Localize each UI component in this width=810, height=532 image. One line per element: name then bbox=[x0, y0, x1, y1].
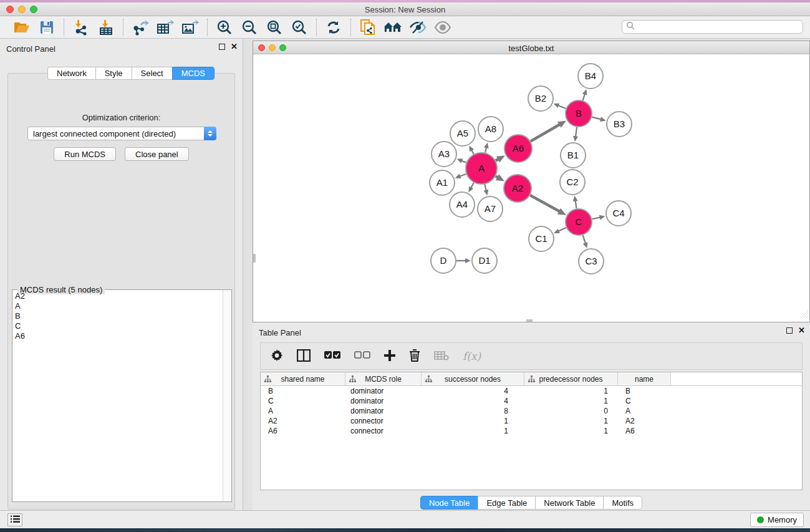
table-row[interactable]: Bdominator41B bbox=[261, 386, 802, 396]
graph-node-label: B bbox=[576, 108, 582, 118]
column-header-label: successor nodes bbox=[445, 375, 501, 384]
table-settings-button[interactable] bbox=[271, 347, 283, 365]
delete-table-button[interactable] bbox=[434, 347, 449, 365]
close-panel-icon[interactable]: ✕ bbox=[231, 44, 238, 50]
graph-edge[interactable] bbox=[576, 201, 577, 209]
delete-columns-button[interactable] bbox=[409, 347, 420, 365]
graph-edge[interactable] bbox=[485, 147, 486, 153]
network-canvas[interactable]: B4B2BB3A5A8A6A3B1AA1C2A2A4A7C4CC1DD1C3 bbox=[253, 54, 809, 322]
column-header-MCDS-role[interactable]: MCDS role bbox=[345, 372, 422, 385]
show-panel-button[interactable] bbox=[432, 18, 453, 37]
network-hscroll-thumb[interactable] bbox=[526, 319, 533, 322]
table-tabs: Node Table Edge Table Network Table Moti… bbox=[253, 496, 810, 510]
graph-edge[interactable] bbox=[576, 127, 577, 137]
control-panel-tabs: Network Style Select MCDS bbox=[47, 67, 215, 80]
graph-edge[interactable] bbox=[558, 105, 566, 109]
tab-motifs[interactable]: Motifs bbox=[603, 496, 642, 510]
zoom-selected-button[interactable] bbox=[289, 18, 310, 37]
memory-button[interactable]: Memory bbox=[750, 513, 804, 527]
zoom-in-button[interactable] bbox=[214, 18, 235, 37]
tab-select[interactable]: Select bbox=[132, 67, 172, 80]
run-mcds-button[interactable]: Run MCDS bbox=[54, 147, 116, 161]
tab-style[interactable]: Style bbox=[95, 67, 132, 80]
export-table-icon bbox=[157, 19, 174, 36]
network-graph[interactable]: B4B2BB3A5A8A6A3B1AA1C2A2A4A7C4CC1DD1C3 bbox=[253, 54, 809, 322]
graph-edge[interactable] bbox=[485, 184, 486, 190]
zoom-fit-button[interactable] bbox=[264, 18, 285, 37]
table-row[interactable]: Adominator80A bbox=[261, 406, 802, 416]
result-item[interactable]: A6 bbox=[12, 331, 223, 341]
export-image-button[interactable] bbox=[180, 18, 201, 37]
main-titlebar[interactable]: Session: New Session bbox=[0, 2, 810, 16]
column-header-predecessor-nodes[interactable]: predecessor nodes bbox=[524, 372, 618, 385]
table-row[interactable]: Cdominator41C bbox=[261, 396, 802, 406]
open-file-button[interactable] bbox=[11, 18, 32, 37]
select-all-button[interactable] bbox=[324, 347, 340, 365]
apply-function-button[interactable]: f(x) bbox=[463, 347, 481, 365]
graph-edge[interactable] bbox=[592, 217, 600, 219]
close-panel-button[interactable]: Close panel bbox=[125, 147, 189, 161]
result-item[interactable]: B bbox=[12, 311, 223, 321]
result-scrollbar[interactable] bbox=[223, 290, 231, 501]
graph-edge[interactable] bbox=[471, 183, 474, 188]
deselect-all-button[interactable] bbox=[354, 347, 370, 365]
result-item[interactable]: A bbox=[12, 301, 223, 311]
graph-node-label: D bbox=[440, 255, 447, 266]
export-network-button[interactable] bbox=[130, 18, 151, 37]
column-header-shared-name[interactable]: shared name bbox=[261, 372, 345, 385]
result-item[interactable]: A2 bbox=[12, 291, 223, 301]
network-vscroll-thumb[interactable] bbox=[253, 254, 256, 263]
column-header-name[interactable]: name bbox=[618, 372, 671, 385]
graph-node-label: C4 bbox=[612, 208, 624, 218]
tab-node-table[interactable]: Node Table bbox=[420, 496, 478, 510]
graph-edge[interactable] bbox=[471, 150, 474, 154]
refresh-button[interactable] bbox=[323, 18, 344, 37]
import-network-button[interactable] bbox=[70, 18, 92, 37]
float-table-panel-icon[interactable] bbox=[786, 327, 793, 334]
graph-edge[interactable] bbox=[531, 124, 560, 141]
resize-grip-icon[interactable] bbox=[801, 310, 809, 321]
mcds-result-box: MCDS result (5 nodes) A2ABCA6 bbox=[12, 289, 232, 502]
table-cell: A bbox=[261, 406, 345, 416]
import-table-button[interactable] bbox=[95, 18, 117, 37]
task-history-button[interactable] bbox=[7, 513, 22, 526]
criterion-dropdown[interactable]: largest connected component (directed) bbox=[27, 127, 216, 140]
column-header-label: MCDS role bbox=[365, 375, 402, 384]
show-columns-button[interactable] bbox=[297, 347, 311, 365]
search-field[interactable] bbox=[622, 20, 803, 34]
tab-edge-table[interactable]: Edge Table bbox=[478, 496, 535, 510]
open-network-file-button[interactable] bbox=[357, 18, 378, 37]
close-table-panel-icon[interactable]: ✕ bbox=[798, 327, 805, 334]
float-panel-icon[interactable] bbox=[219, 44, 225, 50]
graph-edge[interactable] bbox=[461, 161, 466, 163]
column-header-successor-nodes[interactable]: successor nodes bbox=[422, 372, 524, 385]
edge-arrowhead-icon bbox=[573, 196, 578, 202]
zoom-selected-icon bbox=[291, 19, 307, 36]
export-table-button[interactable] bbox=[155, 18, 176, 37]
hide-panel-button[interactable] bbox=[407, 18, 428, 37]
zoom-out-button[interactable] bbox=[239, 18, 260, 37]
graph-edge[interactable] bbox=[460, 174, 466, 177]
tab-network[interactable]: Network bbox=[47, 67, 95, 80]
save-session-button[interactable] bbox=[36, 18, 57, 37]
graph-edge[interactable] bbox=[530, 195, 559, 211]
result-item[interactable]: C bbox=[12, 321, 223, 331]
graph-edge[interactable] bbox=[592, 117, 601, 120]
graph-edge[interactable] bbox=[583, 235, 586, 243]
mcds-result-list[interactable]: A2ABCA6 bbox=[12, 291, 223, 501]
control-panel-title: Control Panel bbox=[6, 44, 55, 54]
table-cell: A2 bbox=[261, 416, 345, 426]
node-table[interactable]: shared nameMCDS rolesuccessor nodesprede… bbox=[260, 372, 803, 490]
table-row[interactable]: A6connector11A6 bbox=[261, 426, 802, 436]
search-input[interactable] bbox=[635, 21, 803, 32]
graph-edge[interactable] bbox=[583, 94, 585, 100]
graph-edge[interactable] bbox=[558, 228, 566, 231]
table-row[interactable]: A2connector11A2 bbox=[261, 416, 802, 426]
home-button[interactable] bbox=[382, 18, 403, 37]
column-type-icon bbox=[425, 375, 432, 384]
network-window-titlebar[interactable]: testGlobe.txt bbox=[253, 41, 809, 54]
tab-network-table[interactable]: Network Table bbox=[535, 496, 603, 510]
create-column-button[interactable] bbox=[384, 347, 395, 365]
tab-mcds[interactable]: MCDS bbox=[172, 67, 215, 80]
table-cell: 4 bbox=[422, 396, 524, 406]
